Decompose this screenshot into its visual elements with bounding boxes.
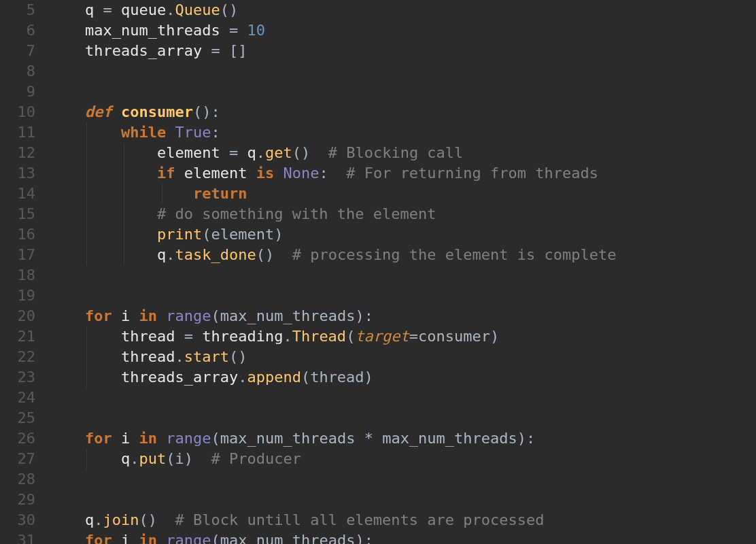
code-line: def consumer(): [49,102,756,122]
code-text: for i in range(max_num_threads * max_num… [49,430,535,447]
code-text: for i in range(max_num_threads): [49,532,373,544]
indent-guide [86,204,87,224]
code-line: thread.start() [49,347,756,367]
line-number: 19 [0,286,35,306]
line-number: 15 [0,204,35,224]
code-text: while True: [49,124,220,141]
line-number: 12 [0,143,35,163]
line-number: 14 [0,184,35,204]
code-line: for i in range(max_num_threads): [49,530,756,544]
line-number: 5 [0,0,35,20]
code-line [49,490,756,510]
indent-guide [86,224,87,245]
line-number: 27 [0,449,35,469]
code-line: q.put(i) # Producer [49,449,756,469]
line-number: 10 [0,102,35,122]
code-line [49,388,756,408]
code-text: print(element) [49,226,283,243]
code-line: # do something with the element [49,204,756,224]
code-text: for i in range(max_num_threads): [49,307,373,324]
code-text: thread.start() [49,348,247,365]
code-line: element = q.get() # Blocking call [49,143,756,163]
code-text: q.join() # Block untill all elements are… [49,511,545,528]
line-number: 11 [0,122,35,143]
code-line: if element is None: # For returning from… [49,163,756,184]
code-text: element = q.get() # Blocking call [49,144,463,161]
code-line [49,82,756,102]
code-line: threads_array = [] [49,41,756,61]
indent-guide [86,143,87,163]
code-area[interactable]: q = queue.Queue() max_num_threads = 10 t… [49,0,756,544]
code-editor: 5678910111213141516171819202122232425262… [0,0,756,544]
code-line: threads_array.append(thread) [49,367,756,388]
code-text: threads_array = [] [49,42,247,59]
code-line: return [49,184,756,204]
line-number: 23 [0,367,35,388]
code-text: return [49,185,247,202]
code-line [49,61,756,82]
indent-guide [86,163,87,184]
indent-guide [86,347,87,367]
line-number: 26 [0,428,35,449]
code-line: max_num_threads = 10 [49,20,756,41]
indent-guide [124,224,124,245]
indent-guide [124,163,124,184]
indent-guide [86,367,87,388]
line-number: 13 [0,163,35,184]
indent-guide [124,143,124,163]
line-number: 28 [0,469,35,490]
indent-guide [86,122,87,143]
code-text: threads_array.append(thread) [49,369,373,386]
line-number: 31 [0,530,35,544]
line-number: 8 [0,61,35,82]
code-line: print(element) [49,224,756,245]
code-line [49,469,756,490]
indent-guide [162,184,162,204]
code-text: thread = threading.Thread(target=consume… [49,328,499,345]
line-number: 20 [0,306,35,326]
indent-guide [86,245,87,265]
code-line [49,265,756,286]
code-line: q.task_done() # processing the element i… [49,245,756,265]
indent-guide [86,449,87,469]
code-line: for i in range(max_num_threads): [49,306,756,326]
line-number: 17 [0,245,35,265]
code-text: q.task_done() # processing the element i… [49,246,617,263]
code-text: q = queue.Queue() [49,1,238,18]
code-text: def consumer(): [49,103,220,120]
line-number: 16 [0,224,35,245]
line-number: 6 [0,20,35,41]
line-number: 25 [0,408,35,428]
line-number: 9 [0,82,35,102]
code-line [49,286,756,306]
line-number: 22 [0,347,35,367]
line-number: 29 [0,490,35,510]
code-line [49,408,756,428]
indent-guide [86,326,87,347]
line-number-gutter: 5678910111213141516171819202122232425262… [0,0,49,544]
code-text: max_num_threads = 10 [49,22,265,39]
line-number: 24 [0,388,35,408]
line-number: 18 [0,265,35,286]
code-line: q = queue.Queue() [49,0,756,20]
line-number: 30 [0,510,35,530]
code-line: while True: [49,122,756,143]
code-line: thread = threading.Thread(target=consume… [49,326,756,347]
indent-guide [124,204,124,224]
code-text: if element is None: # For returning from… [49,165,598,182]
code-text: # do something with the element [49,205,436,222]
indent-guide [124,184,124,204]
line-number: 21 [0,326,35,347]
code-line: q.join() # Block untill all elements are… [49,510,756,530]
line-number: 7 [0,41,35,61]
code-line: for i in range(max_num_threads * max_num… [49,428,756,449]
indent-guide [86,184,87,204]
indent-guide [124,245,124,265]
